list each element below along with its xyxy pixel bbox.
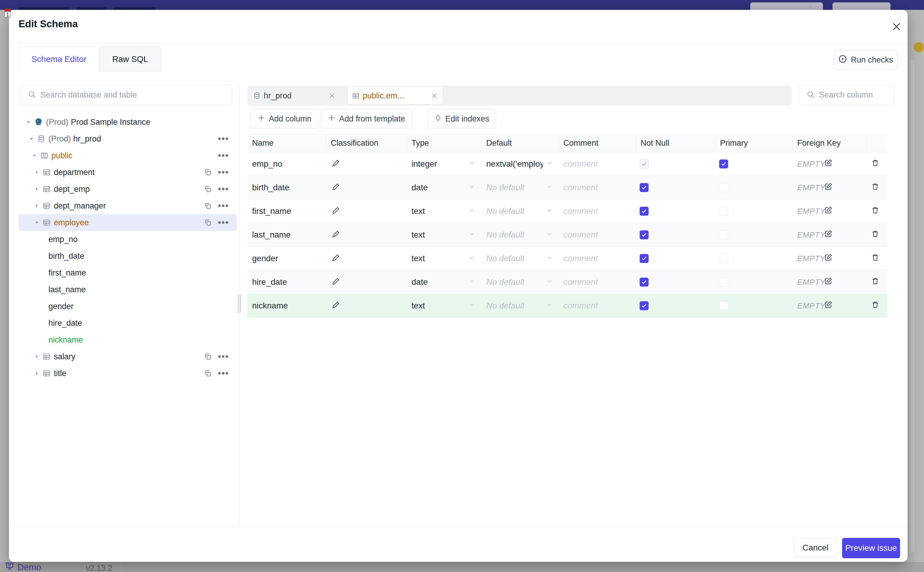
column-search-input[interactable]: Search column: [799, 85, 894, 105]
column-comment-input[interactable]: comment: [563, 254, 598, 263]
close-icon[interactable]: [431, 92, 438, 99]
edit-foreign-key-icon[interactable]: [824, 206, 833, 217]
more-actions-icon[interactable]: •••: [218, 169, 229, 175]
tree-node-table-dept-emp[interactable]: dept_emp •••: [19, 181, 237, 197]
primary-checkbox[interactable]: [719, 278, 728, 287]
column-comment-input[interactable]: comment: [563, 159, 598, 169]
column-default-select[interactable]: nextval('employ: [486, 159, 543, 169]
column-type-select[interactable]: date: [411, 183, 428, 192]
not-null-checkbox[interactable]: [640, 301, 649, 310]
edit-foreign-key-icon[interactable]: [824, 230, 833, 240]
cancel-button[interactable]: Cancel: [794, 538, 837, 557]
column-default-select[interactable]: No default: [486, 301, 524, 311]
column-default-select[interactable]: No default: [486, 183, 524, 192]
tree-node-table-title[interactable]: title •••: [19, 365, 237, 382]
column-type-select[interactable]: text: [411, 207, 425, 216]
tree-column-last-name[interactable]: last_name: [19, 281, 237, 298]
primary-checkbox[interactable]: [719, 207, 728, 216]
column-name[interactable]: first_name: [252, 207, 291, 216]
primary-checkbox[interactable]: [719, 183, 728, 192]
column-name[interactable]: gender: [252, 254, 278, 263]
chevron-down-icon[interactable]: [34, 219, 40, 226]
copy-icon[interactable]: [204, 185, 212, 193]
classification-pencil-icon[interactable]: [332, 206, 340, 217]
chevron-down-icon[interactable]: [468, 207, 476, 216]
column-type-select[interactable]: date: [411, 277, 428, 287]
database-search-input[interactable]: Search database and table: [20, 85, 232, 105]
classification-pencil-icon[interactable]: [332, 301, 340, 311]
column-name[interactable]: birth_date: [252, 183, 290, 192]
copy-icon[interactable]: [204, 202, 212, 210]
copy-icon[interactable]: [204, 168, 212, 176]
more-actions-icon[interactable]: •••: [218, 219, 229, 225]
column-name[interactable]: nickname: [252, 301, 288, 311]
primary-checkbox[interactable]: [719, 254, 728, 263]
tab-raw-sql[interactable]: Raw SQL: [99, 47, 161, 72]
delete-column-icon[interactable]: [871, 159, 879, 169]
chevron-right-icon[interactable]: [34, 169, 40, 176]
not-null-checkbox[interactable]: [640, 278, 649, 287]
chevron-down-icon[interactable]: [25, 119, 32, 125]
add-column-button[interactable]: Add column: [251, 109, 318, 128]
more-actions-icon[interactable]: •••: [218, 203, 229, 209]
more-actions-icon[interactable]: •••: [218, 370, 229, 376]
add-from-template-button[interactable]: Add from template: [321, 109, 412, 128]
not-null-checkbox[interactable]: [640, 207, 649, 216]
classification-pencil-icon[interactable]: [332, 253, 340, 264]
chevron-down-icon[interactable]: [546, 207, 553, 216]
column-comment-input[interactable]: comment: [563, 207, 598, 216]
primary-checkbox[interactable]: [719, 159, 728, 168]
column-type-select[interactable]: text: [411, 254, 425, 263]
edit-foreign-key-icon[interactable]: [824, 159, 833, 169]
column-type-select[interactable]: integer: [411, 159, 437, 169]
column-default-select[interactable]: No default: [486, 207, 524, 216]
more-actions-icon[interactable]: •••: [218, 186, 229, 192]
classification-pencil-icon[interactable]: [332, 277, 340, 288]
not-null-checkbox[interactable]: [640, 254, 649, 263]
chevron-right-icon[interactable]: [34, 370, 40, 377]
tree-node-schema[interactable]: public •••: [19, 147, 237, 164]
classification-pencil-icon[interactable]: [332, 182, 340, 193]
delete-column-icon[interactable]: [871, 301, 879, 311]
tree-column-birth-date[interactable]: birth_date: [19, 248, 237, 264]
edit-indexes-button[interactable]: Edit indexes: [428, 109, 496, 128]
chevron-down-icon[interactable]: [468, 301, 476, 311]
delete-column-icon[interactable]: [871, 182, 879, 193]
more-actions-icon[interactable]: •••: [218, 354, 229, 360]
chevron-down-icon[interactable]: [546, 301, 553, 311]
column-type-select[interactable]: text: [411, 301, 425, 311]
not-null-checkbox[interactable]: [640, 183, 649, 192]
tab-schema-editor[interactable]: Schema Editor: [19, 47, 99, 72]
chevron-down-icon[interactable]: [546, 254, 553, 263]
close-icon[interactable]: [328, 92, 335, 99]
scrollbar[interactable]: [910, 60, 915, 552]
tree-node-database[interactable]: (Prod)hr_prod •••: [19, 131, 237, 147]
column-default-select[interactable]: No default: [486, 230, 524, 239]
chevron-down-icon[interactable]: [468, 159, 476, 169]
delete-column-icon[interactable]: [871, 277, 879, 288]
tree-column-nickname[interactable]: nickname: [19, 331, 237, 348]
tree-node-table-salary[interactable]: salary •••: [19, 348, 237, 365]
panel-resize-handle[interactable]: [237, 294, 241, 312]
primary-checkbox[interactable]: [719, 230, 728, 239]
column-comment-input[interactable]: comment: [563, 277, 598, 287]
copy-icon[interactable]: [204, 353, 212, 361]
copy-icon[interactable]: [204, 219, 212, 227]
chevron-down-icon[interactable]: [546, 277, 553, 287]
column-default-select[interactable]: No default: [486, 277, 524, 287]
column-default-select[interactable]: No default: [486, 254, 524, 263]
chevron-down-icon[interactable]: [546, 230, 553, 239]
tree-node-table-dept-manager[interactable]: dept_manager •••: [19, 197, 237, 214]
column-name[interactable]: emp_no: [252, 159, 282, 169]
column-comment-input[interactable]: comment: [563, 230, 598, 239]
chevron-right-icon[interactable]: [34, 202, 40, 209]
edit-foreign-key-icon[interactable]: [824, 277, 833, 288]
tab-chip-table[interactable]: public.em...: [348, 87, 443, 104]
delete-column-icon[interactable]: [871, 253, 879, 264]
close-icon[interactable]: [890, 20, 903, 33]
tab-chip-database[interactable]: hr_prod: [253, 86, 340, 106]
classification-pencil-icon[interactable]: [332, 159, 340, 169]
column-type-select[interactable]: text: [411, 230, 425, 239]
more-actions-icon[interactable]: •••: [218, 152, 229, 159]
edit-foreign-key-icon[interactable]: [824, 301, 833, 311]
